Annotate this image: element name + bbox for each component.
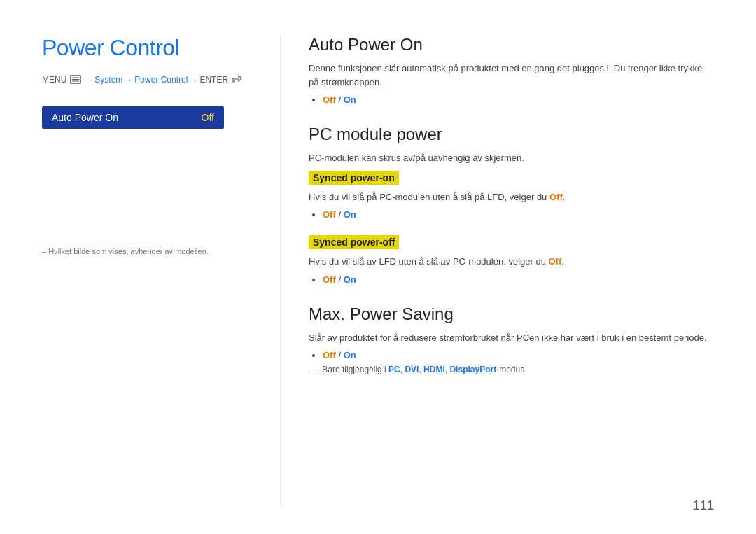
- synced-power-off-off: Off: [323, 274, 336, 285]
- breadcrumb-arrow-3: →: [190, 76, 197, 84]
- section-auto-power-on: Auto Power On Denne funksjonen slår auto…: [309, 35, 714, 105]
- max-power-saving-note: ― Bare tilgjengelig i PC, DVI, HDMI, Dis…: [309, 365, 714, 374]
- menu-item-auto-power-on[interactable]: Auto Power On Off: [42, 106, 224, 129]
- breadcrumb-menu: MENU: [42, 75, 66, 85]
- divider: [42, 241, 168, 241]
- synced-power-on-off-highlight: Off: [550, 192, 563, 202]
- synced-power-on-off: Off: [323, 209, 336, 220]
- synced-power-on-label: Synced power-on: [309, 171, 399, 185]
- menu-icon: [70, 75, 81, 84]
- pc-module-power-desc: PC-modulen kan skrus av/på uavhengig av …: [309, 151, 714, 165]
- breadcrumb-enter: ENTER: [200, 75, 228, 85]
- note-dvi: DVI: [405, 365, 419, 374]
- breadcrumb-power-control: Power Control: [134, 75, 188, 85]
- footnote: – Hvilket bilde som vises, avhenger av m…: [42, 247, 259, 255]
- synced-power-on-option: Off / On: [323, 209, 714, 220]
- synced-power-on-on: On: [344, 209, 356, 220]
- max-power-saving-bullets: Off / On: [323, 350, 714, 360]
- section-pc-module-power: PC module power PC-modulen kan skrus av/…: [309, 125, 714, 285]
- synced-power-off-off-highlight: Off: [549, 256, 562, 267]
- synced-power-on-bullets: Off / On: [323, 209, 714, 220]
- enter-icon: [232, 73, 243, 85]
- max-power-saving-desc: Slår av produktet for å redusere strømfo…: [309, 331, 714, 345]
- pc-module-power-title: PC module power: [309, 125, 714, 144]
- max-power-saving-sep: /: [336, 350, 344, 360]
- left-panel: Power Control MENU → System → Power Cont…: [42, 35, 280, 506]
- note-dash: ―: [309, 365, 317, 374]
- auto-power-on-option: Off / On: [323, 94, 714, 105]
- synced-power-off-bullets: Off / On: [323, 274, 714, 285]
- page-title: Power Control: [42, 35, 259, 61]
- auto-power-on-desc: Denne funksjonen slår automatisk på prod…: [309, 62, 714, 89]
- auto-power-on-sep: /: [336, 94, 344, 105]
- auto-power-on-title: Auto Power On: [309, 35, 714, 55]
- max-power-saving-off: Off: [323, 350, 336, 360]
- sub-section-synced-power-off: Synced power-off Hvis du vil slå av LFD …: [309, 235, 714, 285]
- synced-power-off-desc: Hvis du vil slå av LFD uten å slå av PC-…: [309, 255, 714, 269]
- synced-power-off-option: Off / On: [323, 274, 714, 285]
- menu-item-value: Off: [202, 112, 214, 123]
- note-text-before: Bare tilgjengelig i: [322, 365, 388, 374]
- breadcrumb-arrow-1: →: [85, 76, 92, 84]
- section-max-power-saving: Max. Power Saving Slår av produktet for …: [309, 304, 714, 375]
- synced-power-on-desc: Hvis du vil slå på PC-modulen uten å slå…: [309, 190, 714, 204]
- auto-power-on-bullets: Off / On: [323, 94, 714, 105]
- synced-power-on-sep: /: [336, 209, 344, 220]
- max-power-saving-on: On: [344, 350, 356, 360]
- synced-power-off-on: On: [344, 274, 356, 285]
- breadcrumb-system: System: [94, 75, 122, 85]
- sub-section-synced-power-on: Synced power-on Hvis du vil slå på PC-mo…: [309, 171, 714, 220]
- menu-item-label: Auto Power On: [52, 112, 118, 123]
- auto-power-on-on: On: [344, 94, 356, 105]
- page-number: 111: [693, 498, 714, 513]
- auto-power-on-off: Off: [323, 94, 336, 105]
- note-displayport: DisplayPort: [449, 365, 496, 374]
- synced-power-off-label: Synced power-off: [309, 235, 399, 249]
- breadcrumb: MENU → System → Power Control → ENTER: [42, 73, 259, 85]
- right-panel: Auto Power On Denne funksjonen slår auto…: [280, 35, 714, 506]
- synced-power-off-sep: /: [336, 274, 344, 285]
- max-power-saving-option: Off / On: [323, 350, 714, 360]
- breadcrumb-arrow-2: →: [125, 76, 132, 84]
- note-pc: PC: [388, 365, 400, 374]
- max-power-saving-title: Max. Power Saving: [309, 304, 714, 324]
- note-hdmi: HDMI: [424, 365, 445, 374]
- note-text-after: -modus.: [496, 365, 526, 374]
